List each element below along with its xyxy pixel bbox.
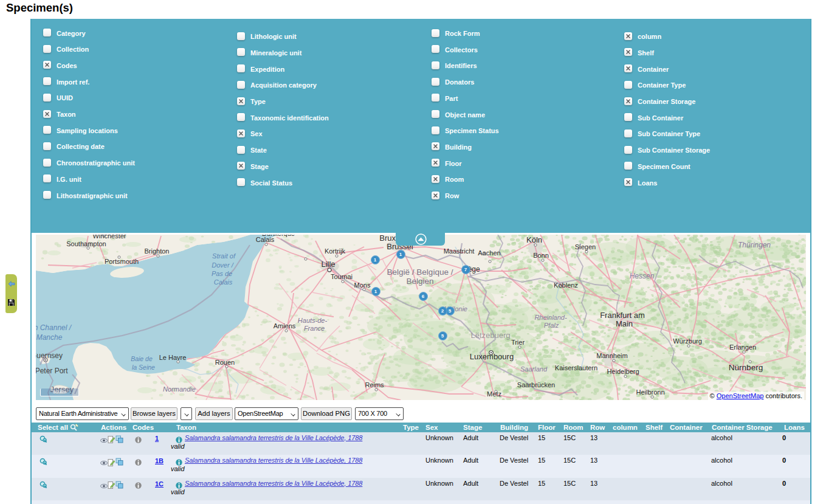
svg-text:Baie de: Baie de — [131, 355, 153, 362]
svg-text:Koblenz: Koblenz — [554, 281, 578, 289]
svg-text:Tournai: Tournai — [331, 273, 353, 280]
svg-text:Mannheim: Mannheim — [596, 352, 627, 359]
svg-text:Frankfurt am: Frankfurt am — [600, 311, 645, 320]
svg-text:Saarbrücken: Saarbrücken — [517, 381, 555, 388]
svg-text:Le Havre: Le Havre — [159, 354, 187, 361]
svg-text:Main: Main — [616, 319, 633, 328]
svg-text:English Channel /: English Channel / — [36, 323, 72, 332]
svg-text:Erlangen: Erlangen — [729, 343, 756, 351]
svg-text:Guernsey: Guernsey — [36, 351, 63, 360]
svg-text:Reims: Reims — [365, 381, 384, 388]
svg-text:Brighton: Brighton — [145, 247, 170, 255]
svg-text:Nürnberg: Nürnberg — [729, 363, 763, 372]
svg-text:Pas de: Pas de — [212, 270, 232, 277]
svg-text:la Seine: la Seine — [132, 364, 155, 371]
svg-text:Luxembourg: Luxembourg — [470, 352, 514, 361]
svg-text:Würzburg: Würzburg — [673, 337, 702, 345]
svg-text:Trier: Trier — [511, 339, 525, 346]
svg-text:Winchester: Winchester — [92, 235, 126, 240]
svg-text:Hessen: Hessen — [630, 272, 655, 280]
svg-text:Heidelberg: Heidelberg — [607, 368, 639, 375]
svg-text:Southampton: Southampton — [66, 240, 106, 247]
svg-text:Aachen: Aachen — [478, 249, 500, 257]
svg-text:La Manche: La Manche — [36, 333, 63, 342]
svg-text:Strait of: Strait of — [212, 252, 236, 260]
svg-text:Hauts-de-: Hauts-de- — [298, 317, 328, 324]
svg-text:Bonn: Bonn — [533, 252, 549, 259]
svg-text:Dunkerque: Dunkerque — [262, 235, 295, 237]
svg-text:Dover /: Dover / — [212, 261, 233, 269]
svg-text:Siegen: Siegen — [575, 243, 596, 250]
svg-text:Metz: Metz — [487, 390, 501, 398]
svg-text:Saarland: Saarland — [520, 365, 548, 373]
svg-text:Rouen: Rouen — [215, 359, 235, 366]
svg-text:België / Belgique /: België / Belgique / — [387, 268, 453, 277]
svg-text:Lëtzebuerg: Lëtzebuerg — [470, 331, 510, 340]
svg-text:Portsmouth: Portsmouth — [105, 258, 139, 265]
svg-text:France: France — [304, 325, 325, 332]
svg-text:Heilbronn: Heilbronn — [636, 388, 664, 396]
svg-text:Pfalz: Pfalz — [544, 322, 559, 329]
svg-text:Mons: Mons — [354, 281, 371, 289]
svg-text:Kaiserslautern: Kaiserslautern — [555, 364, 597, 371]
svg-text:Lille: Lille — [321, 260, 335, 269]
svg-text:Köln: Köln — [526, 235, 542, 244]
svg-text:St Peter Port: St Peter Port — [36, 367, 68, 375]
svg-text:Calais: Calais — [214, 278, 233, 286]
svg-text:Thüringen: Thüringen — [738, 241, 771, 249]
svg-text:Amiens: Amiens — [274, 322, 296, 330]
svg-text:Normandie: Normandie — [163, 385, 196, 393]
svg-text:Belgien: Belgien — [406, 277, 433, 286]
svg-text:Maastricht: Maastricht — [444, 247, 475, 255]
svg-text:Rheinland-: Rheinland- — [534, 314, 567, 321]
svg-text:Kortrijk: Kortrijk — [325, 247, 346, 255]
